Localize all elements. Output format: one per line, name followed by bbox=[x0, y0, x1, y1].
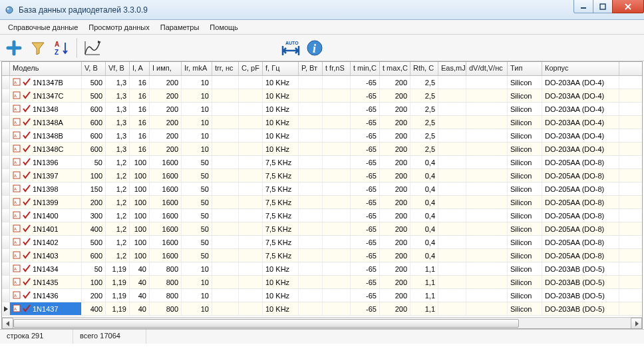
cell-pw[interactable] bbox=[299, 103, 323, 115]
cell-typ[interactable]: Silicon bbox=[508, 262, 542, 275]
cell-ir[interactable]: 10 bbox=[182, 76, 212, 89]
cell-tfr[interactable] bbox=[323, 222, 351, 235]
cell-fhz[interactable]: 7,5 KHz bbox=[263, 169, 299, 182]
cell-vfb[interactable]: 1,2 bbox=[106, 196, 130, 208]
cell-pw[interactable] bbox=[299, 249, 323, 262]
cell-fhz[interactable]: 10 KHz bbox=[263, 302, 299, 315]
cell-trr[interactable] bbox=[212, 289, 239, 302]
window-minimize-button[interactable] bbox=[573, 0, 593, 13]
cell-model[interactable]: A1N1348C bbox=[10, 143, 82, 155]
cell-typ[interactable]: Silicon bbox=[508, 249, 542, 262]
cell-dvdt[interactable] bbox=[466, 156, 508, 169]
cell-dvdt[interactable] bbox=[466, 276, 508, 288]
cell-ia[interactable]: 16 bbox=[130, 143, 150, 155]
cell-iimp[interactable]: 200 bbox=[150, 129, 182, 142]
cell-eas[interactable] bbox=[438, 76, 466, 89]
col-header-model[interactable]: Модель bbox=[10, 62, 82, 75]
col-header-vfb[interactable]: Vf, B bbox=[106, 62, 130, 75]
cell-cpf[interactable] bbox=[239, 169, 263, 182]
cell-cpf[interactable] bbox=[239, 143, 263, 155]
col-header-korp[interactable]: Корпус bbox=[542, 62, 619, 75]
cell-korp[interactable]: DO-203AB (DO-5) bbox=[542, 262, 619, 275]
cell-trr[interactable] bbox=[212, 143, 239, 155]
cell-tmax[interactable]: 200 bbox=[380, 276, 410, 288]
auto-width-button[interactable]: AUTO bbox=[279, 37, 302, 59]
cell-vb[interactable]: 600 bbox=[82, 129, 106, 142]
cell-iimp[interactable]: 200 bbox=[150, 116, 182, 129]
cell-trr[interactable] bbox=[212, 103, 239, 115]
cell-ir[interactable]: 50 bbox=[182, 196, 212, 208]
cell-vfb[interactable]: 1,2 bbox=[106, 156, 130, 169]
cell-ir[interactable]: 50 bbox=[182, 209, 212, 222]
cell-pw[interactable] bbox=[299, 169, 323, 182]
cell-ia[interactable]: 16 bbox=[130, 129, 150, 142]
cell-tfr[interactable] bbox=[323, 76, 351, 89]
cell-vb[interactable]: 600 bbox=[82, 116, 106, 129]
cell-fhz[interactable]: 10 KHz bbox=[263, 289, 299, 302]
cell-cpf[interactable] bbox=[239, 262, 263, 275]
cell-vb[interactable]: 600 bbox=[82, 249, 106, 262]
cell-trr[interactable] bbox=[212, 222, 239, 235]
menu-parameters[interactable]: Параметры bbox=[155, 21, 205, 33]
cell-fhz[interactable]: 7,5 KHz bbox=[263, 236, 299, 248]
cell-tmin[interactable]: -65 bbox=[351, 236, 380, 248]
cell-tmax[interactable]: 200 bbox=[380, 222, 410, 235]
cell-model[interactable]: A1N1347C bbox=[10, 89, 82, 102]
cell-tfr[interactable] bbox=[323, 143, 351, 155]
table-row[interactable]: A1N1396501,21001600507,5 KHz-652000,4Sil… bbox=[2, 156, 642, 169]
cell-tfr[interactable] bbox=[323, 156, 351, 169]
cell-fhz[interactable]: 10 KHz bbox=[263, 143, 299, 155]
cell-vfb[interactable]: 1,2 bbox=[106, 182, 130, 195]
cell-iimp[interactable]: 800 bbox=[150, 262, 182, 275]
cell-typ[interactable]: Silicon bbox=[508, 143, 542, 155]
cell-cpf[interactable] bbox=[239, 76, 263, 89]
cell-iimp[interactable]: 1600 bbox=[150, 209, 182, 222]
cell-trr[interactable] bbox=[212, 89, 239, 102]
cell-tfr[interactable] bbox=[323, 209, 351, 222]
cell-tmax[interactable]: 200 bbox=[380, 169, 410, 182]
cell-iimp[interactable]: 1600 bbox=[150, 156, 182, 169]
cell-model[interactable]: A1N1402 bbox=[10, 236, 82, 248]
cell-ir[interactable]: 50 bbox=[182, 169, 212, 182]
cell-vb[interactable]: 300 bbox=[82, 209, 106, 222]
cell-tmax[interactable]: 200 bbox=[380, 76, 410, 89]
menu-help[interactable]: Помощь bbox=[204, 21, 243, 33]
cell-cpf[interactable] bbox=[239, 289, 263, 302]
cell-cpf[interactable] bbox=[239, 89, 263, 102]
cell-tfr[interactable] bbox=[323, 169, 351, 182]
cell-cpf[interactable] bbox=[239, 209, 263, 222]
cell-ir[interactable]: 10 bbox=[182, 103, 212, 115]
col-header-eas[interactable]: Eas,mJ bbox=[438, 62, 466, 75]
scroll-left-button[interactable] bbox=[2, 318, 13, 329]
cell-tfr[interactable] bbox=[323, 89, 351, 102]
table-row[interactable]: A1N13992001,21001600507,5 KHz-652000,4Si… bbox=[2, 196, 642, 209]
cell-iimp[interactable]: 1600 bbox=[150, 249, 182, 262]
cell-vfb[interactable]: 1,2 bbox=[106, 249, 130, 262]
cell-eas[interactable] bbox=[438, 196, 466, 208]
cell-tfr[interactable] bbox=[323, 262, 351, 275]
cell-tmax[interactable]: 200 bbox=[380, 196, 410, 208]
col-header-fhz[interactable]: f, Гц bbox=[263, 62, 299, 75]
add-button[interactable] bbox=[3, 37, 25, 59]
cell-ia[interactable]: 100 bbox=[130, 196, 150, 208]
table-row[interactable]: A1N13971001,21001600507,5 KHz-652000,4Si… bbox=[2, 169, 642, 182]
cell-ir[interactable]: 10 bbox=[182, 276, 212, 288]
cell-korp[interactable]: DO-205AA (DO-8) bbox=[542, 222, 619, 235]
cell-ia[interactable]: 100 bbox=[130, 236, 150, 248]
cell-trr[interactable] bbox=[212, 116, 239, 129]
table-row[interactable]: A1N14362001,19408001010 KHz-652001,1Sili… bbox=[2, 289, 642, 302]
cell-dvdt[interactable] bbox=[466, 116, 508, 129]
cell-fhz[interactable]: 7,5 KHz bbox=[263, 209, 299, 222]
cell-trr[interactable] bbox=[212, 129, 239, 142]
cell-korp[interactable]: DO-203AA (DO-4) bbox=[542, 103, 619, 115]
scroll-thumb[interactable] bbox=[13, 319, 519, 328]
cell-typ[interactable]: Silicon bbox=[508, 169, 542, 182]
table-row[interactable]: A1N1348B6001,3162001010 KHz-652002,5Sili… bbox=[2, 129, 642, 143]
cell-pw[interactable] bbox=[299, 182, 323, 195]
col-header-cpf[interactable]: C, pF bbox=[239, 62, 263, 75]
cell-vfb[interactable]: 1,3 bbox=[106, 76, 130, 89]
cell-ia[interactable]: 16 bbox=[130, 103, 150, 115]
cell-vb[interactable]: 400 bbox=[82, 222, 106, 235]
table-row[interactable]: A1N1347B5001,3162001010 KHz-652002,5Sili… bbox=[2, 76, 642, 89]
cell-korp[interactable]: DO-203AA (DO-4) bbox=[542, 129, 619, 142]
